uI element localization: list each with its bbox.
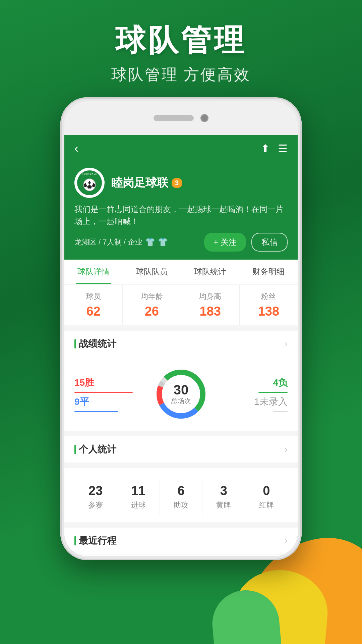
team-meta: 龙湖区 / 7人制 / 企业 👕 👕 xyxy=(74,237,168,247)
phone-status-bar xyxy=(64,101,298,135)
stat-players-value: 62 xyxy=(68,304,119,319)
personal-section-header[interactable]: 个人统计 › xyxy=(64,436,298,463)
message-button[interactable]: 私信 xyxy=(251,233,288,252)
losses-label: 4负 xyxy=(215,376,288,389)
personal-yellow-label: 黄牌 xyxy=(202,500,245,510)
draws-label: 9平 xyxy=(74,395,147,408)
schedule-chevron-icon: › xyxy=(285,535,288,546)
team-profile: FOOTBALL xyxy=(64,162,298,260)
personal-goals-label: 进球 xyxy=(117,500,159,510)
battle-section-header[interactable]: 战绩统计 › xyxy=(64,331,298,357)
team-name: 睦岗足球联 xyxy=(111,175,168,191)
unrecorded-label: 1未录入 xyxy=(215,395,288,408)
tab-team-detail[interactable]: 球队详情 xyxy=(64,260,123,284)
stat-age-label: 均年龄 xyxy=(126,291,177,302)
battle-section: 15胜 9平 xyxy=(64,357,298,431)
stat-age: 均年龄 26 xyxy=(123,285,181,325)
follow-button[interactable]: + 关注 xyxy=(204,233,246,252)
stat-height-value: 183 xyxy=(185,304,236,319)
personal-red-cards: 0 红牌 xyxy=(245,478,288,516)
stat-fans: 粉丝 138 xyxy=(240,285,298,325)
battle-right: 4负 1未录入 xyxy=(215,376,288,412)
donut-chart: 30 总场次 xyxy=(154,367,208,421)
schedule-item[interactable]: 切尔西球迷队 - 球队成立三周年聚餐 🕐 2017-06-20 19:30 📍 xyxy=(64,554,298,556)
personal-goals-value: 11 xyxy=(117,484,159,498)
header-actions: ⬆ ☰ xyxy=(261,142,288,155)
stat-fans-label: 粉丝 xyxy=(243,291,294,302)
page-main-title: 球队管理 xyxy=(0,20,362,61)
stat-players-label: 球员 xyxy=(68,291,119,302)
schedule-section: 最近行程 › 切尔西球迷队 - 球队成立三周年聚餐 🕐 2017-06-2 xyxy=(64,528,298,556)
app-header: ‹ ⬆ ☰ xyxy=(64,135,298,162)
personal-goals: 11 进球 xyxy=(117,478,160,516)
app-content: ‹ ⬆ ☰ xyxy=(64,135,298,556)
menu-icon[interactable]: ☰ xyxy=(278,142,288,155)
personal-yellow-value: 3 xyxy=(202,484,245,498)
stats-grid: 球员 62 均年龄 26 均身高 183 粉丝 138 xyxy=(64,285,298,325)
personal-assists: 6 助攻 xyxy=(160,478,202,516)
personal-red-value: 0 xyxy=(245,484,288,498)
tab-team-members[interactable]: 球队队员 xyxy=(123,260,181,284)
stat-fans-value: 138 xyxy=(243,304,294,319)
header-back[interactable]: ‹ xyxy=(74,142,78,156)
phone-frame: ‹ ⬆ ☰ xyxy=(60,97,302,560)
share-icon[interactable]: ⬆ xyxy=(261,142,270,155)
personal-matches-label: 参赛 xyxy=(74,500,117,510)
schedule-section-header[interactable]: 最近行程 › xyxy=(64,528,298,554)
stat-players: 球员 62 xyxy=(64,285,123,325)
personal-section-title: 个人统计 xyxy=(74,443,116,456)
wins-label: 15胜 xyxy=(74,376,147,389)
personal-yellow-cards: 3 黄牌 xyxy=(202,478,245,516)
stat-height: 均身高 183 xyxy=(181,285,240,325)
donut-total: 30 xyxy=(171,383,191,396)
tab-team-stats[interactable]: 球队统计 xyxy=(181,260,239,284)
battle-left: 15胜 9平 xyxy=(74,376,147,412)
back-icon[interactable]: ‹ xyxy=(74,142,78,155)
team-level-badge: 3 xyxy=(172,178,182,188)
svg-text:FOOTBALL: FOOTBALL xyxy=(82,173,97,175)
personal-section-content: 23 参赛 11 进球 6 助攻 3 黄牌 xyxy=(64,468,298,522)
schedule-section-title: 最近行程 xyxy=(74,534,116,547)
camera xyxy=(200,114,208,122)
stat-height-label: 均身高 xyxy=(185,291,236,302)
page-sub-title: 球队管理 方便高效 xyxy=(0,64,362,85)
battle-section-title: 战绩统计 xyxy=(74,337,116,350)
team-logo: FOOTBALL xyxy=(74,168,105,198)
stat-age-value: 26 xyxy=(126,304,177,319)
speaker xyxy=(154,115,194,121)
team-description: 我们是一群志同道合的朋友，一起踢球一起喝酒！在同一片场上，一起呐喊！ xyxy=(74,203,288,227)
personal-assists-value: 6 xyxy=(160,484,202,498)
donut-label: 总场次 xyxy=(171,396,191,406)
tabs-row: 球队详情 球队队员 球队统计 财务明细 xyxy=(64,260,298,284)
battle-chevron-icon: › xyxy=(285,338,288,349)
personal-red-label: 红牌 xyxy=(245,500,288,510)
personal-chevron-icon: › xyxy=(285,444,288,455)
personal-matches-value: 23 xyxy=(74,484,117,498)
personal-matches: 23 参赛 xyxy=(74,478,117,516)
personal-assists-label: 助攻 xyxy=(160,500,202,510)
tab-finance[interactable]: 财务明细 xyxy=(239,260,298,284)
personal-grid: 23 参赛 11 进球 6 助攻 3 黄牌 xyxy=(74,478,288,516)
